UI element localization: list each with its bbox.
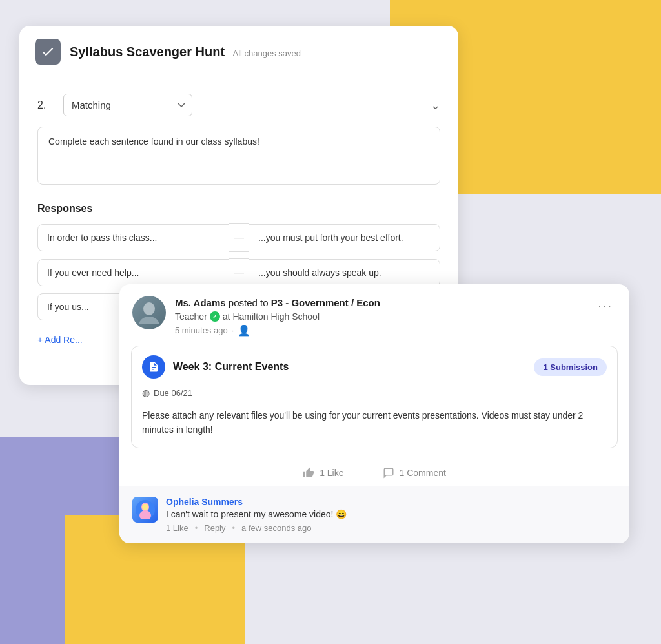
comment-count: 1 Comment (400, 468, 446, 478)
quiz-header: Syllabus Scavenger Hunt All changes save… (19, 26, 458, 78)
post-time: 5 minutes ago (175, 326, 228, 335)
comment-like-count: 1 Like (166, 523, 188, 533)
clock-icon: ◍ (142, 388, 150, 398)
assignment-box: Week 3: Current Events 1 Submission ◍ Du… (131, 346, 618, 448)
like-button[interactable]: 1 Like (303, 467, 343, 479)
social-header-info: Ms. Adams posted to P3 - Government / Ec… (175, 296, 585, 337)
more-options-button[interactable]: ... (594, 296, 616, 311)
due-date: Due 06/21 (154, 388, 192, 398)
teacher-line: Teacher at Hamilton High School (175, 311, 585, 322)
svg-point-0 (143, 302, 155, 315)
comment-author: Ophelia Summers (166, 497, 616, 507)
response-pair-1: In order to pass this class... — ...you … (37, 223, 440, 252)
like-count: 1 Like (320, 468, 343, 478)
post-class: P3 - Government / Econ (271, 297, 380, 308)
social-actions: 1 Like 1 Comment (119, 459, 629, 486)
svg-point-1 (139, 317, 159, 324)
quiz-title: Syllabus Scavenger Hunt (70, 45, 225, 59)
poster-role: Teacher (175, 311, 207, 322)
collapse-button[interactable]: ⌄ (431, 98, 440, 112)
assignment-header: Week 3: Current Events 1 Submission (132, 346, 617, 388)
reply-button[interactable]: Reply (204, 523, 225, 533)
social-header: Ms. Adams posted to P3 - Government / Ec… (119, 284, 629, 346)
assignment-icon (142, 355, 165, 379)
saved-status: All changes saved (233, 48, 301, 58)
comment-avatar-inner (132, 497, 158, 523)
comment-dot-1: • (195, 523, 198, 533)
response-right-2[interactable]: ...you should always speak up. (249, 259, 440, 286)
post-action: posted to (229, 297, 271, 308)
response-right-1[interactable]: ...you must put forth your best effort. (249, 224, 440, 251)
comment-text: I can't wait to present my awesome video… (166, 509, 616, 519)
assignment-title: Week 3: Current Events (173, 361, 289, 373)
assignment-title-group: Week 3: Current Events (142, 355, 289, 379)
response-dash-2: — (229, 258, 249, 287)
poster-name: Ms. Adams (175, 297, 226, 308)
meta-separator: · (232, 326, 234, 335)
comment-actions: 1 Like • Reply • a few seconds ago (166, 523, 616, 533)
quiz-icon (35, 39, 61, 65)
post-title-line: Ms. Adams posted to P3 - Government / Ec… (175, 296, 585, 309)
response-dash-1: — (229, 223, 249, 252)
response-left-1[interactable]: In order to pass this class... (37, 224, 229, 251)
question-row: 2. Matching Multiple Choice True/False S… (37, 94, 440, 116)
people-icon: 👤 (238, 324, 250, 337)
responses-label: Responses (37, 203, 440, 214)
comment-item: Ophelia Summers I can't wait to present … (132, 497, 616, 533)
comment-body: Ophelia Summers I can't wait to present … (166, 497, 616, 533)
poster-school: at Hamilton High School (223, 311, 320, 322)
comment-section: Ophelia Summers I can't wait to present … (119, 486, 629, 543)
comment-avatar (132, 497, 158, 523)
poster-avatar (132, 296, 166, 329)
post-meta: 5 minutes ago · 👤 (175, 324, 585, 337)
comment-time: a few seconds ago (241, 523, 311, 533)
add-response-button[interactable]: + Add Re... (37, 329, 83, 350)
question-type-select[interactable]: Matching Multiple Choice True/False Shor… (63, 94, 192, 116)
comment-button[interactable]: 1 Comment (383, 467, 446, 479)
comment-dot-2: • (232, 523, 236, 533)
verified-badge (210, 311, 220, 322)
assignment-description: Please attach any relevant files you'll … (132, 404, 617, 448)
assignment-due: ◍ Due 06/21 (132, 388, 617, 404)
question-number: 2. (37, 99, 53, 111)
submission-badge[interactable]: 1 Submission (534, 358, 607, 376)
response-pair-2: If you ever need help... — ...you should… (37, 258, 440, 287)
prompt-textarea[interactable]: Complete each sentence found in our clas… (37, 127, 440, 185)
svg-point-4 (142, 504, 148, 510)
social-card: Ms. Adams posted to P3 - Government / Ec… (119, 284, 629, 543)
response-left-2[interactable]: If you ever need help... (37, 259, 229, 286)
